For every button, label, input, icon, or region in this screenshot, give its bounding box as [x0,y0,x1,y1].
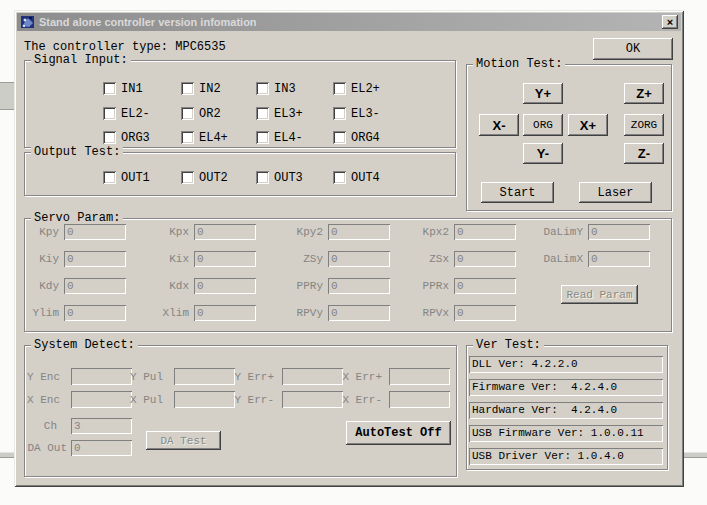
kpx-input [194,224,256,240]
checkbox-item-el3-plus[interactable]: EL3+ [256,107,303,120]
laser-button[interactable]: Laser [579,182,652,203]
checkbox-el3-minus[interactable] [333,107,346,120]
checkbox-item-in1[interactable]: IN1 [103,82,143,95]
checkbox-label: OR2 [199,107,221,121]
checkbox-item-el2-plus[interactable]: EL2+ [333,82,380,95]
checkbox-item-org3[interactable]: ORG3 [103,131,150,144]
field-label: Y Pul [125,371,163,383]
system-field-y-enc: Y Enc [27,368,132,385]
field-label: Kdy [27,280,59,292]
field-label: Y Err+ [230,371,274,383]
kpx2-input [454,224,516,240]
checkbox-item-out2[interactable]: OUT2 [181,171,228,184]
checkbox-out4[interactable] [333,171,346,184]
titlebar[interactable]: Stand alone controller version infomatio… [17,13,681,31]
y-err-plus-input [282,368,343,385]
field-label: Ylim [27,307,59,319]
checkbox-or2[interactable] [181,107,194,120]
field-label: ZSx [411,253,449,265]
ok-button[interactable]: OK [593,38,673,60]
ylim-input [64,305,126,321]
checkbox-in3[interactable] [256,82,269,95]
z-minus-button[interactable]: Z- [624,143,664,164]
system-field-x-err-minus: X Err- [338,391,450,408]
checkbox-el4-plus[interactable] [181,131,194,144]
checkbox-label: IN1 [121,82,143,96]
kiy-input [64,251,126,267]
checkbox-item-el4-minus[interactable]: EL4- [256,131,303,144]
servo-field-kpx: Kpx [153,224,256,240]
field-label: Kpx2 [411,226,449,238]
checkbox-item-out3[interactable]: OUT3 [256,171,303,184]
org-button[interactable]: ORG [523,114,563,136]
start-button[interactable]: Start [481,182,554,203]
field-label: DaLimY [525,226,583,238]
system-field-y-err-plus: Y Err+ [230,368,343,385]
controller-type-label: The controller type: MPC6535 [24,40,226,54]
signal-input-title: Signal Input: [31,53,131,67]
y-err-minus-input [282,391,343,408]
checkbox-label: OUT1 [121,171,150,185]
x-err-minus-input [389,391,450,408]
checkbox-item-in3[interactable]: IN3 [256,82,296,95]
hardware-version-field: Hardware Ver: 4.2.4.0 [469,402,663,419]
servo-field-pprx: PPRx [411,278,516,294]
background-window-edge-left [0,452,14,458]
field-label: PPRy [281,280,323,292]
checkbox-label: IN2 [199,82,221,96]
ch-input [71,418,132,434]
checkbox-el4-minus[interactable] [256,131,269,144]
checkbox-el2-minus[interactable] [103,107,116,120]
field-label: Y Enc [27,371,59,383]
servo-field-ppry: PPRy [281,278,390,294]
servo-field-xlim: Xlim [153,305,256,321]
checkbox-out2[interactable] [181,171,194,184]
checkbox-label: EL2- [121,107,150,121]
checkbox-out3[interactable] [256,171,269,184]
dalimx-input [588,251,650,267]
field-label: X Err+ [338,371,382,383]
checkbox-el3-plus[interactable] [256,107,269,120]
firmware-version-field: Firmware Ver: 4.2.4.0 [469,379,663,396]
checkbox-org4[interactable] [333,131,346,144]
checkbox-item-out4[interactable]: OUT4 [333,171,380,184]
servo-field-rpvx: RPVx [411,305,516,321]
servo-field-kdy: Kdy [27,278,126,294]
app-icon [20,14,36,30]
y-plus-button[interactable]: Y+ [523,83,563,104]
checkbox-item-org4[interactable]: ORG4 [333,131,380,144]
checkbox-item-el2-minus[interactable]: EL2- [103,107,150,120]
servo-field-zsx: ZSx [411,251,516,267]
checkbox-el2-plus[interactable] [333,82,346,95]
checkbox-in1[interactable] [103,82,116,95]
checkbox-out1[interactable] [103,171,116,184]
field-label: X Enc [27,394,59,406]
z-plus-button[interactable]: Z+ [624,83,664,104]
autotest-button[interactable]: AutoTest Off [346,421,451,445]
checkbox-item-or2[interactable]: OR2 [181,107,221,120]
checkbox-label: ORG4 [351,131,380,145]
motion-test-group: Motion Test: Y+ Z+ X- ORG X+ ZORG Y- Z- … [466,64,672,211]
field-label: DaLimX [525,253,583,265]
checkbox-item-el4-plus[interactable]: EL4+ [181,131,228,144]
checkbox-org3[interactable] [103,131,116,144]
close-button[interactable]: × [662,15,678,29]
checkbox-item-out1[interactable]: OUT1 [103,171,150,184]
ppry-input [328,278,390,294]
rpvy-input [328,305,390,321]
checkbox-item-el3-minus[interactable]: EL3- [333,107,380,120]
system-field-x-err-plus: X Err+ [338,368,450,385]
checkbox-in2[interactable] [181,82,194,95]
checkbox-item-in2[interactable]: IN2 [181,82,221,95]
y-minus-button[interactable]: Y- [523,143,563,164]
field-label: Xlim [153,307,189,319]
x-minus-button[interactable]: X- [479,114,519,136]
servo-field-ylim: Ylim [27,305,126,321]
field-label: Kpy [27,226,59,238]
usb-driver-version-field: USB Driver Ver: 1.0.4.0 [469,448,663,465]
x-plus-button[interactable]: X+ [568,114,608,136]
kpy2-input [328,224,390,240]
checkbox-label: OUT2 [199,171,228,185]
field-label: RPVy [281,307,323,319]
zorg-button[interactable]: ZORG [624,114,664,136]
